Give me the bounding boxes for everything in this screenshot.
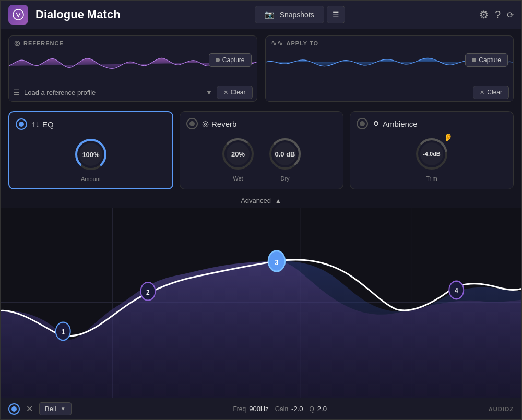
eq-title: ↑↓ EQ — [31, 119, 54, 129]
apply-header: ∿∿ APPLY TO — [266, 36, 514, 49]
freq-value: 900Hz — [249, 405, 269, 413]
reverb-wet-knob-control[interactable]: 20% — [220, 136, 256, 172]
load-profile: ☰ Load a reference profile ▼ — [13, 88, 212, 97]
apply-clear-button[interactable]: ✕ Clear — [473, 86, 509, 99]
ambience-knobs: -4.0dB 👂 Trim — [413, 136, 450, 182]
bottom-power-button[interactable] — [8, 403, 20, 415]
svg-text:3: 3 — [275, 258, 279, 267]
app-title: Dialogue Match — [35, 8, 121, 21]
settings-button[interactable]: ⚙ — [479, 8, 489, 21]
q-label: Q — [310, 405, 314, 413]
apply-label: APPLY TO — [287, 40, 319, 46]
eq-knobs: 100% Amount — [73, 136, 109, 182]
eq-module: ↑↓ EQ 100% Amount — [8, 111, 173, 189]
advanced-toggle[interactable]: Advanced ▲ — [1, 194, 521, 208]
header-center: 📷 Snapshots ☰ — [121, 6, 479, 23]
reverb-power-indicator — [189, 121, 195, 126]
eq-amount-label: Amount — [81, 176, 101, 182]
clear-x-icon: ✕ — [223, 89, 228, 96]
capture-dot-icon — [216, 58, 220, 62]
reverb-dry-knob-control[interactable]: 0.0 dB — [267, 136, 303, 172]
apply-capture-button[interactable]: Capture — [465, 53, 508, 67]
eq-amount-value: 100% — [82, 151, 99, 159]
apply-clear-x-icon: ✕ — [480, 89, 484, 96]
reverb-dry-value: 0.0 dB — [275, 150, 295, 158]
apply-capture-label: Capture — [479, 56, 501, 64]
eq-amount-knob-control[interactable]: 100% — [73, 136, 109, 173]
header-right: ⚙ ? ⟳ — [479, 8, 514, 21]
bottom-bar: ✕ Bell ▼ Freq 900Hz Gain -2.0 Q 2.0 AUDI… — [1, 398, 521, 419]
svg-text:1: 1 — [61, 328, 65, 336]
freq-label: Freq — [233, 405, 246, 413]
ambience-trim-knob: -4.0dB 👂 Trim — [413, 136, 450, 182]
help-button[interactable]: ? — [495, 9, 501, 21]
snapshots-label: Snapshots — [280, 10, 314, 19]
ambience-trim-label: Trim — [426, 175, 437, 182]
reference-footer: ☰ Load a reference profile ▼ ✕ Clear — [9, 83, 257, 101]
ambience-module-header: 🎙 Ambience — [357, 118, 507, 129]
bottom-close-button[interactable]: ✕ — [26, 404, 33, 414]
svg-text:4: 4 — [455, 286, 458, 295]
svg-text:2: 2 — [146, 287, 150, 296]
freq-param: Freq 900Hz — [233, 405, 268, 413]
eq-power-indicator — [19, 122, 24, 127]
gain-param: Gain -2.0 — [275, 405, 303, 413]
snapshots-button[interactable]: 📷 Snapshots — [255, 6, 324, 23]
eq-wave-icon: ↑↓ — [31, 119, 40, 129]
apply-clear-label: Clear — [487, 89, 502, 96]
reference-capture-label: Capture — [222, 56, 245, 64]
bottom-type-select[interactable]: Bell ▼ — [39, 402, 72, 415]
apply-capture-dot — [472, 58, 476, 62]
reference-capture-button[interactable]: Capture — [209, 53, 252, 67]
reverb-wet-value: 20% — [231, 150, 245, 158]
reverb-wet-knob: 20% Wet — [220, 136, 256, 182]
ambience-trim-knob-control[interactable]: -4.0dB 👂 — [413, 136, 450, 172]
ambience-mic-icon: 🎙 — [372, 119, 380, 128]
dropdown-arrow-icon: ▼ — [206, 89, 212, 97]
ambience-module: 🎙 Ambience -4.0dB 👂 Trim — [350, 111, 514, 189]
reference-header: ◎ REFERENCE — [9, 36, 257, 49]
reference-label: REFERENCE — [23, 40, 64, 46]
eq-amount-knob: 100% Amount — [73, 136, 109, 182]
reverb-dry-label: Dry — [280, 175, 289, 182]
ear-icon: 👂 — [444, 133, 453, 141]
app-logo — [8, 5, 28, 25]
load-profile-label: Load a reference profile — [24, 89, 96, 97]
reverb-power-button[interactable] — [186, 118, 198, 129]
eq-module-header: ↑↓ EQ — [16, 118, 166, 130]
gain-label: Gain — [275, 405, 288, 413]
camera-icon: 📷 — [265, 10, 275, 19]
reference-waveform: Capture — [9, 49, 257, 83]
modules-section: ↑↓ EQ 100% Amount — [1, 107, 521, 194]
audio-button[interactable]: ⟳ — [507, 10, 514, 20]
reverb-module-header: ◎ Reverb — [186, 118, 337, 129]
advanced-arrow-icon: ▲ — [275, 197, 281, 205]
q-value: 2.0 — [317, 405, 327, 413]
apply-footer: ✕ Clear — [266, 83, 514, 101]
top-section: ▼ ◎ REFERENCE C — [1, 29, 521, 107]
reference-clear-button[interactable]: ✕ Clear — [217, 86, 253, 99]
ambience-trim-value: -4.0dB — [423, 151, 441, 157]
snapshots-menu-button[interactable]: ☰ — [327, 6, 345, 23]
ambience-power-button[interactable] — [357, 118, 368, 129]
apply-waveform: Capture — [266, 49, 514, 83]
gain-value: -2.0 — [291, 405, 303, 413]
audioz-watermark: AUDIOZ — [489, 406, 514, 412]
ambience-power-indicator — [360, 121, 365, 126]
reference-clear-label: Clear — [231, 89, 246, 96]
reverb-title: ◎ Reverb — [202, 119, 236, 128]
reverb-knobs: 20% Wet 0.0 dB Dry — [220, 136, 303, 182]
apply-wave-icon: ∿∿ — [271, 39, 283, 47]
advanced-label: Advanced — [241, 197, 271, 205]
ambience-title: 🎙 Ambience — [372, 119, 418, 128]
bottom-type-label: Bell — [45, 405, 56, 413]
app-header: Dialogue Match 📷 Snapshots ☰ ⚙ ? ⟳ — [1, 1, 521, 29]
eq-power-button[interactable] — [16, 118, 27, 130]
q-param: Q 2.0 — [310, 405, 327, 413]
bottom-power-indicator — [11, 406, 17, 412]
apply-panel: ∿∿ APPLY TO Capture — [265, 35, 514, 102]
menu-icon: ☰ — [13, 88, 20, 97]
eq-graph[interactable]: 1 2 3 4 — [1, 208, 521, 398]
reference-ring-icon: ◎ — [14, 39, 20, 47]
reference-panel: ◎ REFERENCE Capture — [8, 35, 257, 102]
